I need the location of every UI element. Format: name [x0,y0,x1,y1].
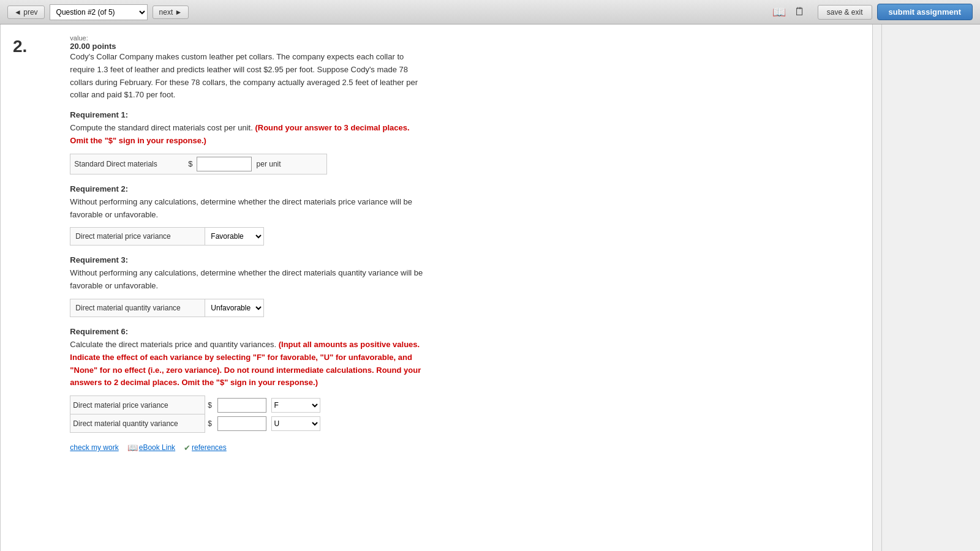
points-label: 20.00 points [70,42,116,51]
req3-heading: Requirement 3: [70,255,425,264]
req6-quantity-input[interactable] [217,416,266,431]
req2-heading: Requirement 2: [70,184,425,193]
question-select[interactable]: Question #2 (of 5) Question #1 (of 5) Qu… [50,4,148,20]
book-icon[interactable]: 📖 [771,4,787,20]
references-link[interactable]: references [192,443,227,452]
req6-quantity-effect-select[interactable]: F U None [271,416,320,431]
req6-row-price: Direct material price variance $ F U Non… [70,396,323,414]
req6-text: Calculate the direct materials price and… [70,339,425,389]
question-body-text: Cody's Collar Company makes custom leath… [70,51,425,102]
req2-dropdown-row: Direct material price variance Favorable… [70,227,327,246]
req2-label-cell: Direct material price variance [70,227,205,246]
req2-text: Without performing any calculations, det… [70,196,425,222]
prev-button[interactable]: ◄ prev [7,6,45,19]
req3-label-cell: Direct material quantity variance [70,299,205,317]
req6-price-effect-select[interactable]: F U None [271,398,320,413]
ebook-link[interactable]: eBook Link [139,443,175,452]
req1-input[interactable] [197,157,252,171]
bottom-links: check my work 📖 eBook Link ✔ references [70,443,425,452]
req6-price-input[interactable] [217,398,266,413]
ebook-icon: 📖 [127,443,138,452]
req1-heading: Requirement 1: [70,110,425,119]
req6-table: Direct material price variance $ F U Non… [70,395,322,433]
references-link-wrapper: ✔ references [184,443,227,452]
toolbar-icons: 📖 🗒 [771,4,807,20]
question-content: value: 20.00 points Cody's Collar Compan… [70,34,425,452]
req2-select[interactable]: Favorable Unfavorable None [205,227,264,246]
req6-row-quantity: Direct material quantity variance $ F U … [70,414,323,433]
submit-assignment-button[interactable]: submit assignment [877,4,973,20]
next-button[interactable]: next ► [153,6,189,19]
question-number: 2. [13,37,27,56]
req6-quantity-label: Direct material quantity variance [70,414,205,433]
req1-row-label: Standard Direct materials [74,160,184,168]
req3-select[interactable]: Favorable Unfavorable None [205,299,264,317]
main-content: 2. value: 20.00 points Cody's Collar Com… [0,24,882,551]
ebook-link-wrapper: 📖 eBook Link [127,443,175,452]
notes-icon[interactable]: 🗒 [793,4,807,20]
value-label: value: [70,34,425,42]
req3-dropdown-row: Direct material quantity variance Favora… [70,299,327,317]
scrollbar[interactable] [872,24,881,551]
req1-text: Compute the standard direct materials co… [70,122,425,148]
references-icon: ✔ [184,443,190,452]
req6-quantity-dollar: $ [205,414,215,433]
top-navigation-bar: ◄ prev Question #2 (of 5) Question #1 (o… [0,0,980,24]
req1-dollar: $ [187,159,194,168]
save-exit-button[interactable]: save & exit [818,5,872,20]
check-my-work-link[interactable]: check my work [70,443,118,452]
question-select-wrapper: Question #2 (of 5) Question #1 (of 5) Qu… [50,4,148,20]
req3-text: Without performing any calculations, det… [70,267,425,293]
req1-unit-label: per unit [254,160,281,168]
req1-input-row: Standard Direct materials $ per unit [70,154,327,174]
req6-price-dollar: $ [205,396,215,414]
req6-heading: Requirement 6: [70,327,425,336]
req6-price-label: Direct material price variance [70,396,205,414]
